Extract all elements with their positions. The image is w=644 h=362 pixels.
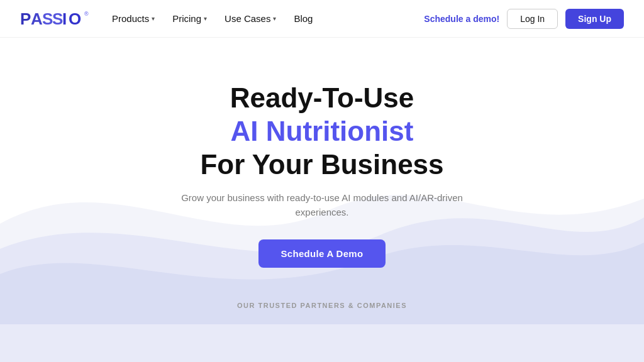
chevron-down-icon: ▾ [204,15,207,22]
navbar: P A S S I O ® Products ▾ Prici [0,0,644,38]
nav-item-pricing[interactable]: Pricing ▾ [172,13,207,24]
svg-text:S: S [42,9,53,28]
hero-subtitle: Grow your business with ready-to-use AI … [158,191,486,219]
signup-button[interactable]: Sign Up [565,9,624,29]
svg-text:A: A [31,9,43,28]
schedule-demo-button[interactable]: Schedule A Demo [258,239,386,268]
navbar-left: P A S S I O ® Products ▾ Prici [20,9,313,28]
svg-text:®: ® [84,11,89,17]
nav-label-usecases: Use Cases [225,13,270,24]
logo[interactable]: P A S S I O ® [20,9,89,28]
hero-title-line2: AI Nutritionist [231,116,414,146]
trusted-label: OUR TRUSTED PARTNERS & COMPANIES [237,302,407,309]
chevron-down-icon: ▾ [273,15,276,22]
logo-svg: P A S S I O ® [20,9,89,28]
hero-title-line3: For Your Business [200,149,443,180]
hero-section: Ready-To-Use AI Nutritionist For Your Bu… [0,38,644,362]
schedule-demo-link[interactable]: Schedule a demo! [424,14,499,24]
svg-text:O: O [69,9,81,28]
nav-label-pricing: Pricing [172,13,201,24]
hero-title: Ready-To-Use AI Nutritionist For Your Bu… [200,82,443,181]
login-button[interactable]: Log In [507,9,558,29]
trusted-partners-section: OUR TRUSTED PARTNERS & COMPANIES [237,302,407,309]
nav-item-usecases[interactable]: Use Cases ▾ [225,13,276,24]
nav-label-blog: Blog [294,13,313,24]
nav-label-products: Products [112,13,149,24]
navbar-right: Schedule a demo! Log In Sign Up [424,9,624,29]
nav-items: Products ▾ Pricing ▾ Use Cases ▾ Blog [112,13,313,24]
svg-text:P: P [20,9,31,28]
svg-text:S: S [52,9,63,28]
hero-content: Ready-To-Use AI Nutritionist For Your Bu… [158,82,486,268]
hero-title-line1: Ready-To-Use [230,82,414,113]
svg-text:I: I [62,9,66,28]
svg-rect-7 [0,324,644,362]
chevron-down-icon: ▾ [152,15,155,22]
nav-item-products[interactable]: Products ▾ [112,13,155,24]
nav-item-blog[interactable]: Blog [294,13,313,24]
